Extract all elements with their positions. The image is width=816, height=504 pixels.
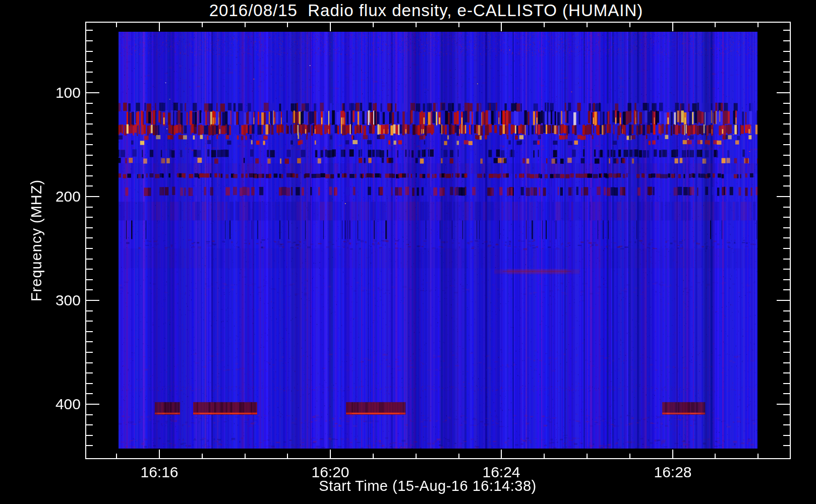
x-tick-label-1628: 16:28 [637, 464, 708, 481]
axes-frame [0, 0, 816, 504]
y-tick-label-100: 100 [40, 85, 81, 101]
x-tick-label-1616: 16:16 [124, 464, 195, 481]
spectrogram-page: 2016/08/15 Radio flux density, e-CALLIST… [0, 0, 816, 504]
x-tick-label-1620: 16:20 [295, 464, 366, 481]
y-tick-label-200: 200 [40, 188, 81, 205]
x-tick-label-1624: 16:24 [466, 464, 537, 481]
y-tick-label-400: 400 [40, 396, 81, 412]
y-tick-label-300: 300 [40, 292, 81, 308]
